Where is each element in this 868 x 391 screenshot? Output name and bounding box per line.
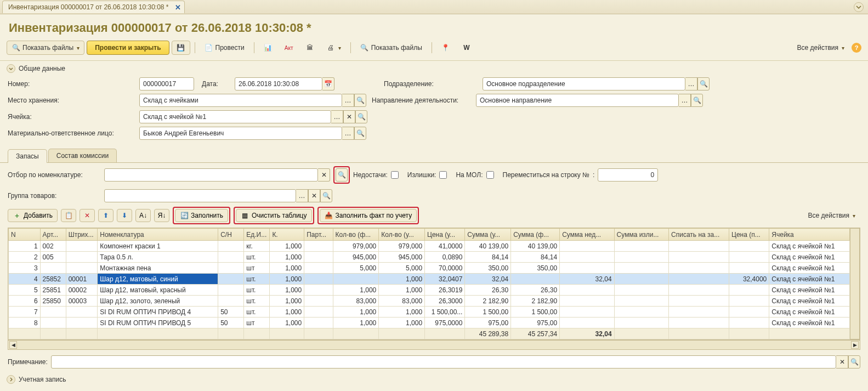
wiki-button[interactable]: W xyxy=(457,41,476,55)
stocks-table[interactable]: NАрт...Штрих...НоменклатураС/НЕд.И...К.П… xyxy=(8,228,850,339)
number-field[interactable] xyxy=(139,77,194,90)
column-header[interactable]: Кол-во (у... xyxy=(379,229,425,241)
table-row[interactable]: 1002Компонент краски 1кг.1,000979,000979… xyxy=(9,241,850,252)
select-icon[interactable]: … xyxy=(331,110,343,123)
scroll-left-icon[interactable]: ◀ xyxy=(9,341,17,349)
table-row[interactable]: 3Монтажная пенашт1,0005,0005,00070,00003… xyxy=(9,263,850,274)
tab-commission[interactable]: Состав комиссии xyxy=(48,149,117,162)
goto-row-label: Переместиться на строку № xyxy=(503,171,589,179)
select-icon[interactable]: … xyxy=(342,94,354,107)
scroll-right-icon[interactable]: ▶ xyxy=(851,341,859,349)
filter-nomen-field[interactable] xyxy=(104,168,318,182)
filter-row-2: Группа товаров: … ✕ 🔍 xyxy=(0,186,868,205)
section-general-header: Общие данные xyxy=(0,61,868,75)
move-up-button[interactable]: ⬆ xyxy=(98,209,114,222)
column-header[interactable]: Арт... xyxy=(40,229,66,241)
column-header[interactable]: Цена (у... xyxy=(425,229,465,241)
select-icon[interactable]: … xyxy=(679,94,691,107)
group-field[interactable] xyxy=(104,189,296,202)
vertical-scrollbar[interactable] xyxy=(850,228,860,339)
table-row[interactable]: 62585000003Шар д12, золото, зеленыйшт.1,… xyxy=(9,296,850,307)
table-row[interactable]: 52585100002Шар д12, матовый, красныйшт.1… xyxy=(9,285,850,296)
column-header[interactable]: К. xyxy=(270,229,304,241)
column-header[interactable]: Сумма изли... xyxy=(614,229,668,241)
delete-row-button[interactable]: ✕ xyxy=(80,209,95,222)
mol-field[interactable] xyxy=(139,127,342,140)
search-icon[interactable]: 🔍 xyxy=(355,110,367,123)
select-icon[interactable]: … xyxy=(342,127,354,140)
pin-icon[interactable] xyxy=(854,2,864,12)
table-row[interactable]: 2005Тара 0.5 л.шт.1,000945,000945,0000,0… xyxy=(9,252,850,263)
search-icon[interactable]: 🔍 xyxy=(697,77,710,90)
clear-icon[interactable]: ✕ xyxy=(308,189,320,202)
print-button[interactable]: 🖨 xyxy=(321,41,346,55)
column-header[interactable]: Кол-во (ф... xyxy=(333,229,379,241)
show-files2-button[interactable]: 🔍 Показать файлы xyxy=(355,41,427,55)
fill-button[interactable]: 🔄 Заполнить xyxy=(175,209,228,222)
column-header[interactable]: Сумма (ф... xyxy=(511,229,560,241)
post-button[interactable]: 📄 Провести xyxy=(200,41,249,55)
column-header[interactable]: Парт... xyxy=(304,229,333,241)
document-tab[interactable]: Инвентаризация 000000017 от 26.06.2018 1… xyxy=(2,1,185,13)
column-header[interactable]: Ед.И... xyxy=(244,229,270,241)
arrow-down-icon: ⬇ xyxy=(120,211,129,220)
calendar-icon[interactable]: 📅 xyxy=(322,77,334,90)
all-actions-button[interactable]: Все действия xyxy=(792,41,849,54)
nomen-pick-button[interactable]: 🔍 xyxy=(333,166,350,184)
search-icon[interactable]: 🔍 xyxy=(354,94,366,107)
collapse-accounting-icon[interactable] xyxy=(7,375,15,384)
store-field[interactable] xyxy=(139,94,342,107)
close-icon[interactable]: ✕ xyxy=(175,3,181,12)
surplus-checkbox[interactable] xyxy=(439,171,447,179)
column-header[interactable]: Списать на за... xyxy=(669,229,729,241)
grid-all-actions-button[interactable]: Все действия xyxy=(803,209,860,222)
clear-icon[interactable]: ✕ xyxy=(836,355,848,369)
fill-fact-button[interactable]: 📥 Заполнить факт по учету xyxy=(320,209,417,222)
clear-icon[interactable]: ✕ xyxy=(318,168,330,182)
dept-field[interactable] xyxy=(483,77,685,90)
table-row[interactable]: 7SI DI RUM ОПТИЧ ПРИВОД 450шт.1,0001,000… xyxy=(9,307,850,318)
horizontal-scrollbar[interactable]: ◀ ▶ xyxy=(8,340,860,350)
search-icon[interactable]: 🔍 xyxy=(848,355,860,369)
select-icon[interactable]: … xyxy=(685,77,697,90)
save-button[interactable]: 💾 xyxy=(172,41,190,55)
activity-field[interactable] xyxy=(476,94,679,107)
column-header[interactable]: N xyxy=(9,229,41,241)
column-header[interactable]: Цена (п... xyxy=(729,229,769,241)
structure-button[interactable]: 🏛 xyxy=(300,41,319,55)
search-icon[interactable]: 🔍 xyxy=(691,94,703,107)
column-header[interactable]: С/Н xyxy=(218,229,244,241)
table-row[interactable]: 8SI DI RUM ОПТИЧ ПРИВОД 550шт1,0001,0001… xyxy=(9,318,850,328)
search-icon[interactable]: 🔍 xyxy=(320,189,332,202)
help-icon[interactable]: ? xyxy=(852,43,861,53)
search-icon[interactable]: 🔍 xyxy=(354,127,366,140)
table-row[interactable]: 42585200001Шар д12, матовый, синийшт.1,0… xyxy=(9,274,850,285)
select-icon[interactable]: … xyxy=(296,189,308,202)
tab-stocks[interactable]: Запасы xyxy=(8,149,47,163)
akt-button[interactable]: Акт xyxy=(280,41,298,55)
post-and-close-button[interactable]: Провести и закрыть xyxy=(87,41,169,55)
column-header[interactable]: Сумма (у... xyxy=(465,229,511,241)
add-row-button[interactable]: ＋ Добавить xyxy=(8,209,58,222)
clear-icon[interactable]: ✕ xyxy=(343,110,355,123)
date-field[interactable] xyxy=(235,77,322,90)
note-field[interactable] xyxy=(51,355,836,369)
show-files-button[interactable]: 🔍 Показать файлы xyxy=(7,41,84,55)
clear-table-button[interactable]: ▦ Очистить таблицу xyxy=(236,209,312,222)
move-down-button[interactable]: ⬇ xyxy=(117,209,132,222)
column-header[interactable]: Штрих... xyxy=(66,229,98,241)
dt-kt-button[interactable]: 📊 xyxy=(259,41,277,55)
column-header[interactable]: Сумма нед... xyxy=(560,229,614,241)
bymol-checkbox[interactable] xyxy=(486,171,494,179)
column-header[interactable]: Ячейка xyxy=(769,229,850,241)
goto-row-field[interactable] xyxy=(598,168,658,182)
sort-asc-button[interactable]: A↓ xyxy=(135,209,151,222)
copy-row-button[interactable]: 📋 xyxy=(61,209,76,222)
collapse-general-icon[interactable] xyxy=(7,64,15,73)
mol-label: Материально-ответственное лицо: xyxy=(8,129,139,137)
geo-button[interactable]: 📍 xyxy=(436,41,455,55)
sort-desc-button[interactable]: Я↓ xyxy=(154,209,169,222)
cell-field[interactable] xyxy=(139,110,331,123)
shortage-checkbox[interactable] xyxy=(391,171,399,179)
column-header[interactable]: Номенклатура xyxy=(98,229,218,241)
